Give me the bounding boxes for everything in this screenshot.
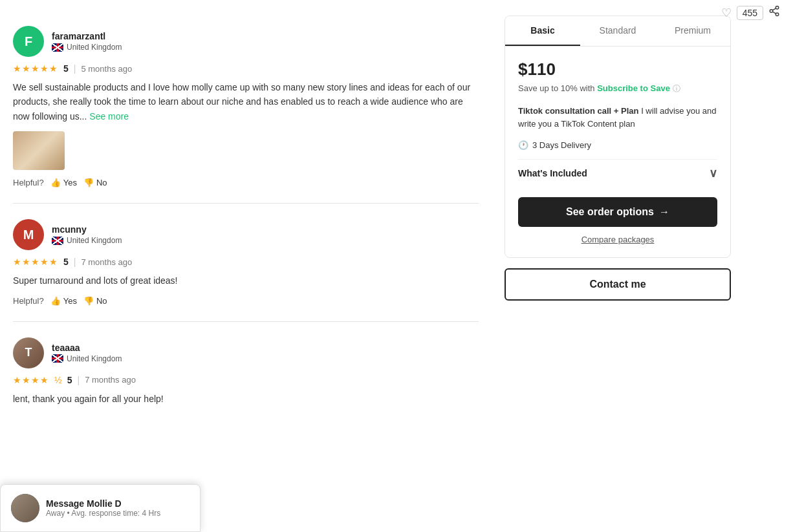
svg-line-3 <box>772 12 776 14</box>
popup-info: Message Mollie D Away • Avg. response ti… <box>46 498 190 518</box>
likes-count: 455 <box>737 6 763 20</box>
package-panel: Basic Standard Premium $110 Save up to 1… <box>505 16 731 258</box>
rating-num: 5 <box>63 63 69 74</box>
delivery-row: 🕐 3 Days Delivery <box>518 140 717 150</box>
message-popup: Message Mollie D Away • Avg. response ti… <box>0 484 201 532</box>
info-icon[interactable]: ⓘ <box>673 84 680 93</box>
contact-button[interactable]: Contact me <box>505 268 731 301</box>
popup-header: Message Mollie D Away • Avg. response ti… <box>11 494 190 522</box>
helpful-label: Helpful? <box>13 296 44 306</box>
time-ago: 5 months ago <box>81 64 132 74</box>
whats-included-row[interactable]: What's Included ∨ <box>518 159 717 187</box>
time-ago: 7 months ago <box>85 375 136 385</box>
rating-row: ★★★★★ 5 | 7 months ago <box>13 257 479 267</box>
thumbs-down-icon: 👎 <box>83 178 94 187</box>
svg-point-1 <box>770 10 773 13</box>
package-body: $110 Save up to 10% with Subscribe to Sa… <box>505 47 730 257</box>
whats-included-label: What's Included <box>518 168 587 178</box>
stars: ★★★★★ <box>13 257 58 267</box>
review-text: lent, thank you again for all your help! <box>13 392 479 406</box>
avatar: T <box>13 337 44 368</box>
uk-flag-icon <box>52 43 63 52</box>
yes-button[interactable]: 👍 Yes <box>50 296 77 306</box>
review-text: We sell sustainable products and I love … <box>13 80 479 123</box>
reviewer-info: mcunny United Kingdom <box>52 224 122 245</box>
popup-avatar <box>11 494 39 522</box>
helpful-label: Helpful? <box>13 178 44 187</box>
reviewer-info: teaaaa United Kingdom <box>52 343 122 363</box>
share-icon <box>768 5 780 17</box>
review-image <box>13 131 65 170</box>
rating-row: ★★★★½ 5 | 7 months ago <box>13 375 479 385</box>
tab-basic[interactable]: Basic <box>505 16 580 46</box>
tabs-row: Basic Standard Premium <box>505 16 730 47</box>
rating-row: ★★★★★ 5 | 5 months ago <box>13 63 479 74</box>
save-row: Save up to 10% with Subscribe to Save ⓘ <box>518 83 717 94</box>
yes-button[interactable]: 👍 Yes <box>50 178 77 187</box>
no-button[interactable]: 👎 No <box>83 178 107 187</box>
rating-num: 5 <box>63 257 69 267</box>
clock-icon: 🕐 <box>518 140 528 150</box>
reviews-column: F faramarzantl United Kingdom ★★★★★ 5 | … <box>0 0 492 532</box>
rating-num: 5 <box>67 375 72 385</box>
time-ago: 7 months ago <box>81 257 132 267</box>
reviewer-location: United Kingdom <box>52 236 122 245</box>
tab-standard[interactable]: Standard <box>580 16 655 46</box>
share-button[interactable] <box>768 5 780 20</box>
reviewer-name: teaaaa <box>52 343 122 353</box>
like-button[interactable]: ♡ <box>721 6 732 20</box>
subscribe-link[interactable]: Subscribe to Save <box>597 83 670 93</box>
delivery-text: 3 Days Delivery <box>532 140 591 150</box>
review-item: F faramarzantl United Kingdom ★★★★★ 5 | … <box>13 10 479 204</box>
stars: ★★★★ <box>13 375 49 385</box>
popup-name: Message Mollie D <box>46 498 190 509</box>
avatar: F <box>13 26 44 57</box>
arrow-icon: → <box>659 206 669 218</box>
reviewer-location: United Kingdom <box>52 43 122 52</box>
svg-point-2 <box>776 13 779 16</box>
thumbs-down-icon: 👎 <box>83 296 94 306</box>
review-item: M mcunny United Kingdom ★★★★★ 5 | 7 mont… <box>13 204 479 321</box>
package-column: Basic Standard Premium $110 Save up to 1… <box>492 0 744 532</box>
avatar: M <box>13 219 44 250</box>
thumbs-up-icon: 👍 <box>50 178 61 187</box>
review-text: Super turnaround and lots of great ideas… <box>13 273 479 288</box>
compare-packages-link[interactable]: Compare packages <box>518 235 717 244</box>
reviewer-info: faramarzantl United Kingdom <box>52 31 122 52</box>
price: $110 <box>518 59 556 79</box>
order-button[interactable]: See order options → <box>518 197 717 227</box>
package-description: Tiktok consultation call + Plan I will a… <box>518 105 717 130</box>
reviewer-name: faramarzantl <box>52 31 122 41</box>
heart-icon: ♡ <box>721 6 732 20</box>
uk-flag-icon <box>52 354 63 363</box>
top-actions: ♡ 455 <box>708 0 793 25</box>
no-button[interactable]: 👎 No <box>83 296 107 306</box>
reviewer-location: United Kingdom <box>52 354 122 363</box>
review-item: T teaaaa United Kingdom ★★★★½ 5 | 7 mont… <box>13 322 479 429</box>
see-more-link[interactable]: See more <box>89 111 129 122</box>
helpful-row: Helpful? 👍 Yes 👎 No <box>13 296 479 306</box>
stars: ★★★★★ <box>13 63 58 74</box>
popup-status: Away • Avg. response time: 4 Hrs <box>46 509 190 518</box>
chevron-down-icon: ∨ <box>709 166 717 180</box>
contact-panel: Contact me <box>505 268 731 301</box>
thumbs-up-icon: 👍 <box>50 296 61 306</box>
helpful-row: Helpful? 👍 Yes 👎 No <box>13 178 479 187</box>
reviewer-name: mcunny <box>52 224 122 235</box>
svg-point-0 <box>776 6 779 10</box>
svg-line-4 <box>772 8 776 10</box>
uk-flag-icon <box>52 237 63 245</box>
